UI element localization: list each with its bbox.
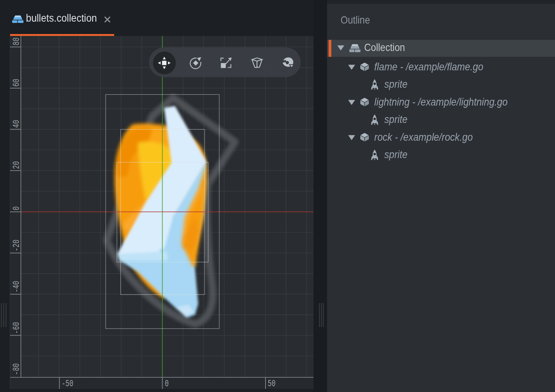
svg-text:0: 0 [165,378,169,389]
svg-text:-60: -60 [11,322,22,334]
svg-text:-50: -50 [62,378,74,389]
svg-text:-80: -80 [11,363,22,375]
svg-text:80: 80 [11,37,22,45]
svg-text:40: 40 [11,120,22,128]
svg-text:0: 0 [11,206,22,210]
svg-text:-20: -20 [11,240,22,252]
svg-text:60: 60 [11,79,22,87]
svg-text:50: 50 [268,378,276,389]
svg-text:20: 20 [11,161,22,169]
svg-text:-40: -40 [11,281,22,293]
